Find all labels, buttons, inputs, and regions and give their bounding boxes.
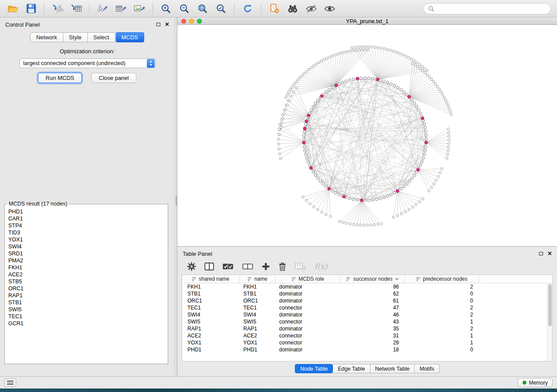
mcds-node-item[interactable]: FKH1 xyxy=(8,264,164,271)
import-table-button[interactable] xyxy=(68,2,84,16)
memory-button[interactable]: Memory xyxy=(518,378,553,387)
trash-icon xyxy=(278,262,287,271)
mcds-node-item[interactable]: SRD1 xyxy=(8,250,164,257)
show-details-button[interactable] xyxy=(321,2,338,16)
zoom-selected-button[interactable] xyxy=(213,2,229,16)
add-column-button[interactable] xyxy=(262,261,270,272)
mcds-node-item[interactable]: GCR1 xyxy=(8,320,164,327)
eye-icon xyxy=(324,4,336,13)
network-canvas[interactable] xyxy=(177,25,557,246)
table-settings-button[interactable] xyxy=(187,261,196,272)
select-stepper-icon xyxy=(147,59,155,68)
table-row[interactable]: YOX1YOX1connector291 xyxy=(182,339,547,346)
mcds-node-item[interactable]: YOX1 xyxy=(8,236,164,243)
export-network-icon xyxy=(97,3,109,14)
close-panel-icon[interactable]: × xyxy=(165,22,169,27)
table-cell: dominator xyxy=(276,325,341,332)
toggle-columns-button[interactable] xyxy=(204,261,214,272)
close-panel-button[interactable]: Close panel xyxy=(91,73,136,83)
open-file-button[interactable] xyxy=(4,2,21,16)
table-cell: TEC1 xyxy=(182,304,240,311)
sort-icon xyxy=(346,277,351,281)
mcds-node-item[interactable]: TEC1 xyxy=(8,313,164,320)
float-panel-icon[interactable] xyxy=(156,23,160,26)
tab-node-table[interactable]: Node Table xyxy=(295,364,333,373)
panel-menu-button[interactable] xyxy=(4,378,16,387)
close-window-icon[interactable] xyxy=(181,19,186,24)
column-header-mcds-role[interactable]: MCDS role xyxy=(276,275,341,283)
table-cell: 35 xyxy=(341,325,405,332)
node-table-body: FKH1FKH1dominator962STB1STB1dominator620… xyxy=(182,283,547,361)
unselect-all-button[interactable] xyxy=(242,261,253,272)
save-session-button[interactable] xyxy=(23,2,39,16)
search-input[interactable] xyxy=(437,5,546,12)
table-row[interactable]: SWI4SWI4dominator462 xyxy=(182,311,547,318)
tab-motifs[interactable]: Motifs xyxy=(415,364,439,373)
table-cell: TEC1 xyxy=(240,304,276,311)
maximize-window-icon[interactable] xyxy=(197,19,202,24)
search-box[interactable] xyxy=(423,3,551,14)
table-cell: SWI4 xyxy=(182,311,240,318)
export-network-button[interactable] xyxy=(94,2,111,16)
table-panel: Table Panel × f(x) xyxy=(177,247,557,376)
tab-network-table[interactable]: Network Table xyxy=(370,364,415,373)
tab-network[interactable]: Network xyxy=(30,32,63,42)
table-scrollbar[interactable] xyxy=(547,283,552,361)
tab-select[interactable]: Select xyxy=(88,32,115,42)
mcds-node-item[interactable]: TID3 xyxy=(8,229,164,236)
first-neighbors-button[interactable] xyxy=(284,2,301,16)
mcds-node-item[interactable]: RAP1 xyxy=(8,292,164,299)
column-header-predecessor-nodes[interactable]: predecessor nodes xyxy=(405,275,479,283)
column-header-shared-name[interactable]: shared name xyxy=(182,275,240,283)
tab-style[interactable]: Style xyxy=(63,32,88,42)
mcds-node-item[interactable]: ACE2 xyxy=(8,271,164,278)
zoom-in-button[interactable] xyxy=(158,2,174,16)
hide-selected-button[interactable] xyxy=(303,2,319,16)
table-row[interactable]: TEC1TEC1connector472 xyxy=(182,304,547,311)
mcds-node-item[interactable]: PHD1 xyxy=(8,208,164,215)
mcds-node-item[interactable]: STP4 xyxy=(8,222,164,229)
mcds-node-item[interactable]: STB5 xyxy=(8,278,164,285)
scrollbar-thumb[interactable] xyxy=(548,284,552,326)
zoom-out-button[interactable] xyxy=(176,2,193,16)
minimize-window-icon[interactable] xyxy=(189,19,194,24)
refresh-view-button[interactable] xyxy=(239,2,256,16)
table-row[interactable]: ORC1ORC1dominator610 xyxy=(182,297,547,304)
mcds-node-item[interactable]: PMA2 xyxy=(8,257,164,264)
mcds-node-item[interactable]: STB1 xyxy=(8,299,164,306)
export-table-button[interactable] xyxy=(113,2,129,16)
close-table-panel-icon[interactable]: × xyxy=(548,251,552,256)
clone-network-button[interactable] xyxy=(266,2,283,16)
tab-edge-table[interactable]: Edge Table xyxy=(333,364,370,373)
table-row[interactable]: SWI5SWI5connector431 xyxy=(182,318,547,325)
right-pane: YPA_prune.txt_1 Table Panel × xyxy=(177,17,557,376)
mcds-node-item[interactable]: CAR1 xyxy=(8,215,164,222)
table-row[interactable]: STB1STB1dominator620 xyxy=(182,290,547,297)
table-header-row: shared name name MCDS role successor nod… xyxy=(182,275,552,283)
mcds-node-item[interactable]: SWI5 xyxy=(8,306,164,313)
run-mcds-button[interactable]: Run MCDS xyxy=(38,73,82,83)
sort-icon xyxy=(192,277,197,281)
zoom-fit-button[interactable] xyxy=(194,2,211,16)
import-network-button[interactable] xyxy=(49,2,66,16)
table-row[interactable]: ACE2ACE2connector311 xyxy=(182,332,547,339)
table-row[interactable]: FKH1FKH1dominator962 xyxy=(182,283,547,290)
delete-column-button[interactable] xyxy=(278,261,287,272)
export-image-button[interactable] xyxy=(131,2,148,16)
function-builder-button[interactable]: f(x) xyxy=(315,261,327,272)
mcds-node-item[interactable]: ORC1 xyxy=(8,285,164,292)
column-header-successor-nodes[interactable]: successor nodes xyxy=(341,275,405,283)
delete-table-button[interactable] xyxy=(295,261,306,272)
zoom-selected-icon xyxy=(216,3,226,14)
network-titlebar[interactable]: YPA_prune.txt_1 xyxy=(177,17,557,25)
table-row[interactable]: PHD1PHD1dominator180 xyxy=(182,346,547,353)
tab-mcds[interactable]: MCDS xyxy=(116,32,144,42)
mcds-node-item[interactable]: SWI4 xyxy=(8,243,164,250)
column-header-name[interactable]: name xyxy=(240,275,276,283)
float-table-panel-icon[interactable] xyxy=(539,252,543,255)
table-cell: 62 xyxy=(341,290,405,297)
select-all-button[interactable] xyxy=(222,261,234,272)
criterion-select[interactable]: largest connected component (undirected) xyxy=(19,58,156,68)
table-row[interactable]: RAP1RAP1dominator352 xyxy=(182,325,547,332)
split-divider[interactable] xyxy=(174,17,177,376)
